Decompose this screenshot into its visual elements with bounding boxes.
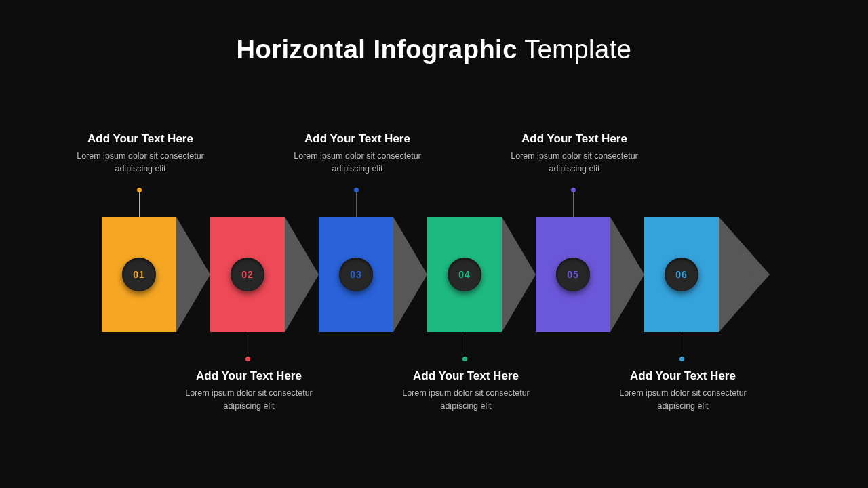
caption-heading: Add Your Text Here xyxy=(178,369,320,383)
chevron-fold-icon xyxy=(393,217,427,332)
step-card: 01 xyxy=(102,217,176,332)
step-card: 04 xyxy=(427,217,502,332)
chevron-fold-icon xyxy=(719,217,753,332)
caption-body: Lorem ipsum dolor sit consectetur adipis… xyxy=(286,150,429,176)
connector-line xyxy=(139,190,140,217)
step-01: 01Add Your Text HereLorem ipsum dolor si… xyxy=(102,217,210,332)
connector-dot-icon xyxy=(245,357,250,361)
step-caption: Add Your Text HereLorem ipsum dolor sit … xyxy=(503,132,646,176)
connector-line xyxy=(682,332,682,359)
step-caption: Add Your Text HereLorem ipsum dolor sit … xyxy=(286,132,429,176)
caption-heading: Add Your Text Here xyxy=(395,369,537,383)
connector-dot-icon xyxy=(354,188,359,192)
title-bold: Horizontal Infographic xyxy=(237,35,517,64)
step-number-badge: 04 xyxy=(448,258,481,291)
connector-dot-icon xyxy=(679,357,684,361)
step-card: 03 xyxy=(319,217,393,332)
connector-line xyxy=(248,332,248,359)
step-number-badge: 02 xyxy=(231,258,264,291)
step-caption: Add Your Text HereLorem ipsum dolor sit … xyxy=(395,369,537,413)
caption-heading: Add Your Text Here xyxy=(612,369,754,383)
connector-dot-icon xyxy=(462,357,467,361)
step-03: 03Add Your Text HereLorem ipsum dolor si… xyxy=(319,217,427,332)
chevron-fold-icon xyxy=(610,217,644,332)
step-05: 05Add Your Text HereLorem ipsum dolor si… xyxy=(536,217,644,332)
step-number-badge: 05 xyxy=(556,258,590,291)
caption-body: Lorem ipsum dolor sit consectetur adipis… xyxy=(178,387,320,413)
step-04: 04Add Your Text HereLorem ipsum dolor si… xyxy=(427,217,536,332)
step-caption: Add Your Text HereLorem ipsum dolor sit … xyxy=(612,369,754,413)
step-06: 06Add Your Text HereLorem ipsum dolor si… xyxy=(644,217,753,332)
connector-dot-icon xyxy=(571,188,576,192)
connector-line xyxy=(573,190,574,217)
chevron-fold-icon xyxy=(285,217,319,332)
infographic-row: 01Add Your Text HereLorem ipsum dolor si… xyxy=(102,217,780,332)
chevron-fold-icon xyxy=(502,217,536,332)
connector-line xyxy=(465,332,465,359)
caption-heading: Add Your Text Here xyxy=(503,132,646,146)
step-caption: Add Your Text HereLorem ipsum dolor sit … xyxy=(69,132,212,176)
title-light: Template xyxy=(524,35,631,64)
chevron-fold-icon xyxy=(176,217,210,332)
step-caption: Add Your Text HereLorem ipsum dolor sit … xyxy=(178,369,320,413)
connector-dot-icon xyxy=(137,188,142,192)
caption-body: Lorem ipsum dolor sit consectetur adipis… xyxy=(503,150,646,176)
caption-heading: Add Your Text Here xyxy=(286,132,429,146)
connector-line xyxy=(356,190,357,217)
step-number-badge: 01 xyxy=(122,258,156,291)
step-card: 05 xyxy=(536,217,610,332)
caption-body: Lorem ipsum dolor sit consectetur adipis… xyxy=(612,387,754,413)
caption-heading: Add Your Text Here xyxy=(69,132,212,146)
step-number-badge: 06 xyxy=(665,258,698,291)
page-title: Horizontal Infographic Template xyxy=(0,35,868,64)
step-card: 06 xyxy=(644,217,719,332)
caption-body: Lorem ipsum dolor sit consectetur adipis… xyxy=(69,150,212,176)
step-02: 02Add Your Text HereLorem ipsum dolor si… xyxy=(210,217,319,332)
caption-body: Lorem ipsum dolor sit consectetur adipis… xyxy=(395,387,537,413)
step-number-badge: 03 xyxy=(339,258,373,291)
step-card: 02 xyxy=(210,217,285,332)
